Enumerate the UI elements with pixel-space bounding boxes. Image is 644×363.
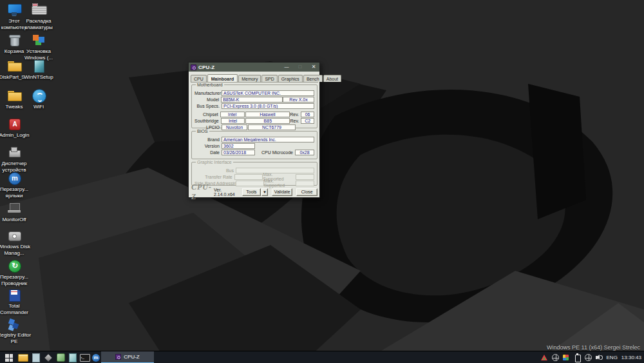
chipset-label: Chipset bbox=[194, 112, 220, 117]
command-prompt-icon[interactable] bbox=[79, 351, 90, 363]
tab-bar: CPU Mainboard Memory SPD Graphics Bench … bbox=[191, 74, 342, 82]
language-indicator[interactable]: ENG bbox=[607, 355, 618, 360]
model-rev-field[interactable]: Rev X.0x bbox=[283, 97, 314, 103]
tools-button[interactable]: Tools bbox=[242, 188, 261, 196]
manufacturer-label: Manufacturer bbox=[194, 91, 222, 95]
desktop-icon-label: WiFi bbox=[21, 104, 56, 110]
admin-login-icon bbox=[6, 117, 22, 131]
cpuz-task-label: CPU-Z bbox=[124, 354, 139, 360]
desktop-icon-label: WinNTSetup bbox=[21, 74, 56, 81]
green-app-icon[interactable] bbox=[55, 351, 66, 363]
chipset-name-field[interactable]: Haswell bbox=[245, 112, 290, 117]
desktop-icon-label: MonitorOff bbox=[0, 217, 32, 223]
titlebar[interactable]: CPU-Z bbox=[189, 63, 319, 72]
desktop-icon-registry-editor[interactable]: Registry Editor PE bbox=[0, 317, 32, 344]
file-explorer-icon[interactable] bbox=[17, 351, 29, 363]
manufacturer-field[interactable]: ASUSTeK COMPUTER INC. bbox=[222, 90, 314, 96]
desktop-icon-keyboard-layout[interactable]: Раскладка клавиатуры bbox=[21, 3, 56, 30]
desktop-icon-admin-login[interactable]: Admin_Login bbox=[0, 117, 32, 139]
tab-cpu[interactable]: CPU bbox=[191, 75, 207, 82]
tab-memory[interactable]: Memory bbox=[238, 75, 261, 82]
version-text: Ver. 2.14.0.x64 bbox=[214, 188, 237, 197]
desktop-icon-label: Windows Disk Manag... bbox=[0, 244, 32, 256]
cpuz-logo: CPU-Z bbox=[191, 182, 212, 202]
version-field[interactable]: 3602 bbox=[222, 143, 255, 149]
recycle-bin-icon bbox=[6, 34, 22, 47]
bus-specs-field[interactable]: PCI-Express 3.0 (8.0 GT/s) bbox=[222, 103, 314, 109]
model-label: Model bbox=[194, 97, 221, 102]
desktop-icon-label: Registry Editor PE bbox=[0, 332, 32, 344]
southbridge-name-field[interactable]: B85 bbox=[245, 118, 290, 124]
chipset-rev-field[interactable]: 06 bbox=[301, 112, 314, 117]
tab-about[interactable]: About bbox=[323, 75, 341, 82]
desktop-icon-windows-setup[interactable]: Установка Windows (... bbox=[21, 34, 56, 61]
hardware-monitor-tray-icon[interactable] bbox=[541, 354, 548, 361]
southbridge-label: Southbridge bbox=[194, 119, 221, 123]
bus-specs-label: Bus Specs. bbox=[194, 104, 222, 108]
wallpaper-art bbox=[0, 0, 644, 363]
southbridge-rev-field[interactable]: C2 bbox=[301, 118, 314, 124]
maximize-button bbox=[296, 63, 304, 72]
cpu-microcode-field[interactable]: 0x28 bbox=[295, 150, 314, 155]
group-legend: Motherboard bbox=[196, 83, 224, 87]
group-legend: Graphic Interface bbox=[196, 160, 233, 164]
volume-icon[interactable] bbox=[596, 354, 603, 361]
validate-button[interactable]: Validate bbox=[272, 188, 293, 196]
disk-icon bbox=[6, 229, 22, 242]
teal-app-icon[interactable] bbox=[68, 351, 78, 363]
desktop-icon-disk-management[interactable]: Windows Disk Manag... bbox=[0, 229, 32, 256]
cpuz-task-button[interactable]: CPU-Z bbox=[101, 351, 154, 363]
tab-bench[interactable]: Bench bbox=[303, 75, 323, 82]
cpu-microcode-label: CPU Microcode bbox=[261, 150, 295, 155]
cpuz-app-icon bbox=[191, 64, 196, 70]
brand-field[interactable]: American Megatrends Inc. bbox=[222, 137, 314, 142]
internet-tray-icon[interactable] bbox=[585, 354, 592, 361]
network-globe-tray-icon[interactable] bbox=[552, 354, 559, 361]
clock[interactable]: 13:30:43 bbox=[621, 355, 641, 360]
desktop-icon-monitor-off[interactable]: MonitorOff bbox=[0, 202, 32, 223]
desktop-icon-total-commander[interactable]: Total Commander bbox=[0, 288, 32, 315]
desktop-icon-winntsetup[interactable]: WinNTSetup bbox=[21, 59, 56, 81]
minstall-icon[interactable] bbox=[91, 351, 101, 363]
tab-graphics[interactable]: Graphics bbox=[278, 75, 303, 82]
tools-dropdown-icon[interactable]: ▾ bbox=[261, 188, 268, 196]
desktop-icon-label: Admin_Login bbox=[0, 132, 32, 139]
desktop-icon-wifi[interactable]: WiFi bbox=[21, 89, 56, 110]
cpuz-window: CPU-Z CPU Mainboard Memory SPD Graphics … bbox=[188, 62, 320, 198]
folder-icon bbox=[6, 89, 22, 103]
start-button[interactable] bbox=[3, 351, 15, 363]
this-pc-icon bbox=[6, 3, 22, 17]
usb-device-tray-icon[interactable] bbox=[574, 354, 581, 361]
desktop-icon-restart-explorer[interactable]: Перезагру... Проводник bbox=[0, 259, 32, 286]
tab-spd[interactable]: SPD bbox=[261, 75, 277, 82]
desktop-icon-reload-shortcuts[interactable]: Перезагру... ярлыки bbox=[0, 172, 32, 199]
max-supported-field bbox=[296, 174, 314, 180]
group-legend: BIOS bbox=[196, 129, 209, 133]
southbridge-rev-label: Rev. bbox=[290, 119, 301, 123]
display-colors-tray-icon[interactable] bbox=[563, 354, 570, 361]
minimize-button[interactable] bbox=[283, 63, 290, 72]
document-app-icon[interactable] bbox=[31, 351, 41, 363]
lpcio-vendor-field[interactable]: Nuvoton bbox=[222, 124, 247, 130]
registry-cubes-icon bbox=[6, 317, 22, 331]
m-circle-icon bbox=[6, 172, 22, 185]
southbridge-vendor-field[interactable]: Intel bbox=[221, 118, 245, 124]
close-button[interactable]: Close bbox=[296, 188, 317, 196]
diamond-app-icon[interactable] bbox=[43, 351, 53, 363]
floppy-icon bbox=[6, 288, 22, 302]
date-field[interactable]: 03/26/2018 bbox=[222, 150, 255, 155]
max-supported-field bbox=[296, 181, 314, 186]
refresh-icon bbox=[6, 259, 22, 273]
gfx-bus-label: Bus bbox=[194, 168, 236, 173]
folder-icon bbox=[6, 59, 22, 73]
desktop-icon-device-manager[interactable]: Диспетчер устройств bbox=[0, 146, 32, 173]
cpuz-task-icon bbox=[115, 354, 121, 360]
desktop-icon-label: Перезагру... Проводник bbox=[0, 274, 32, 286]
keyboard-icon bbox=[31, 3, 46, 17]
model-field[interactable]: B85M-K bbox=[221, 97, 283, 103]
window-title: CPU-Z bbox=[198, 64, 214, 70]
lpcio-name-field[interactable]: NCT6779 bbox=[248, 124, 296, 130]
date-label: Date bbox=[194, 150, 222, 155]
chipset-vendor-field[interactable]: Intel bbox=[220, 112, 245, 117]
close-icon[interactable] bbox=[310, 63, 317, 72]
